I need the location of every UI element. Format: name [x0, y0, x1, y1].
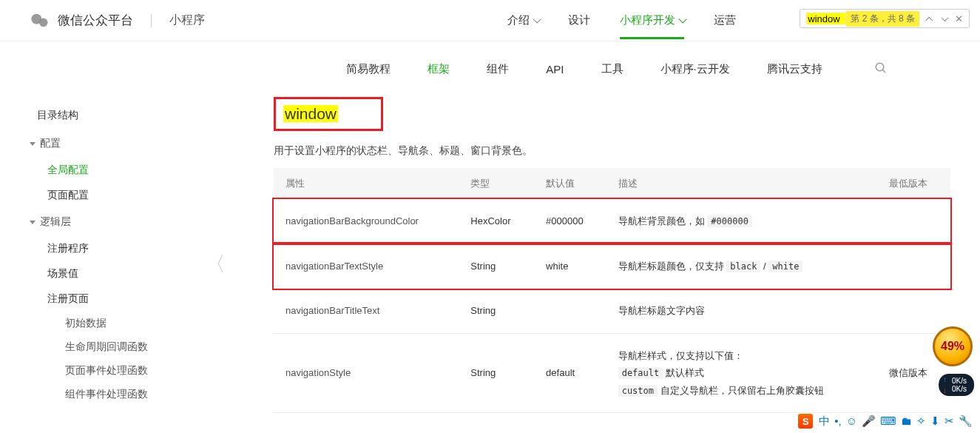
- sidebar-group-逻辑层[interactable]: 逻辑层: [30, 208, 229, 236]
- find-prev-button[interactable]: [921, 11, 936, 26]
- desc-cell: 导航栏样式，仅支持以下值：default 默认样式custom 自定义导航栏，只…: [606, 333, 877, 413]
- ime-item[interactable]: ☺: [846, 414, 857, 427]
- min-version-cell: [877, 244, 950, 289]
- primary-nav: 介绍设计小程序开发运营: [507, 1, 736, 39]
- find-input[interactable]: [808, 13, 845, 24]
- sidebar: 目录结构配置全局配置页面配置逻辑层注册程序场景值注册页面初始数据生命周期回调函数…: [0, 87, 229, 413]
- page-find-bar: 第 2 条，共 8 条 ✕: [800, 9, 970, 28]
- ime-item[interactable]: ⬇: [930, 414, 940, 427]
- column-header: 描述: [606, 168, 877, 199]
- default-cell: white: [534, 244, 606, 289]
- desc-cell: 导航栏标题文字内容: [606, 289, 877, 333]
- ime-item[interactable]: ✧: [916, 414, 926, 427]
- prop-cell: navigationBarTitleText: [274, 289, 459, 333]
- main-content: 〈 〉 window 用于设置小程序的状态栏、导航条、标题、窗口背景色。 属性类…: [229, 87, 980, 413]
- sidebar-item-页面配置[interactable]: 页面配置: [30, 183, 229, 208]
- desc-cell: 导航栏背景颜色，如 #000000: [606, 199, 877, 244]
- column-header: 类型: [459, 168, 534, 199]
- sidebar-item-组件事件处理函数[interactable]: 组件事件处理函数: [30, 383, 229, 406]
- ime-bar: S 中•,☺🎤⌨🖿✧⬇✂🔧: [798, 414, 977, 429]
- subnav-item-腾讯云支持[interactable]: 腾讯云支持: [767, 62, 822, 76]
- ime-item[interactable]: ✂: [944, 414, 954, 427]
- prop-cell: navigationBarTextStyle: [274, 244, 459, 289]
- brand-area: 微信公众平台 小程序: [30, 10, 205, 31]
- sidebar-item-目录结构[interactable]: 目录结构: [30, 101, 229, 130]
- svg-point-1: [39, 18, 48, 27]
- find-query: [806, 13, 846, 24]
- ime-item[interactable]: 🎤: [862, 414, 876, 427]
- top-bar: 微信公众平台 小程序 介绍设计小程序开发运营 第 2 条，共 8 条 ✕: [0, 0, 980, 41]
- subnav-item-API[interactable]: API: [546, 63, 564, 75]
- default-cell: [534, 289, 606, 333]
- divider: [151, 14, 152, 27]
- min-version-cell: [877, 199, 950, 244]
- prev-page-button[interactable]: 〈: [204, 249, 226, 279]
- sidebar-group-配置[interactable]: 配置: [30, 130, 229, 158]
- speed-up: 0K/s: [952, 377, 967, 385]
- sidebar-item-全局配置[interactable]: 全局配置: [30, 158, 229, 183]
- heading-text: window: [283, 105, 338, 122]
- nav-item-设计[interactable]: 设计: [568, 1, 590, 39]
- type-cell: String: [459, 333, 534, 413]
- ime-item[interactable]: •,: [834, 414, 841, 427]
- type-cell: String: [459, 244, 534, 289]
- chevron-down-icon: [678, 15, 686, 23]
- brand-title: 微信公众平台: [58, 12, 133, 29]
- search-icon[interactable]: [874, 61, 888, 77]
- column-header: 默认值: [534, 168, 606, 199]
- subnav-item-框架[interactable]: 框架: [428, 62, 450, 76]
- section-description: 用于设置小程序的状态栏、导航条、标题、窗口背景色。: [274, 144, 950, 158]
- brand-subtitle: 小程序: [169, 13, 205, 28]
- find-close-button[interactable]: ✕: [952, 13, 966, 24]
- speed-down: 0K/s: [952, 385, 967, 393]
- ime-item[interactable]: 🖿: [901, 414, 912, 427]
- subnav-item-组件[interactable]: 组件: [487, 62, 509, 76]
- nav-item-小程序开发[interactable]: 小程序开发: [620, 1, 684, 39]
- coin-badge: 49%: [933, 326, 973, 366]
- ime-item[interactable]: 中: [819, 414, 830, 427]
- subnav-item-小程序·云开发[interactable]: 小程序·云开发: [660, 62, 730, 76]
- wechat-icon: [30, 10, 50, 31]
- desc-cell: 导航栏标题颜色，仅支持 black / white: [606, 244, 877, 289]
- ime-item[interactable]: 🔧: [959, 414, 973, 427]
- sidebar-item-注册程序[interactable]: 注册程序: [30, 236, 229, 261]
- ime-logo-icon: S: [798, 414, 813, 429]
- triangle-down-icon: [30, 221, 36, 224]
- speed-widget: 0K/s 0K/s: [939, 374, 974, 396]
- svg-point-2: [876, 63, 884, 71]
- default-cell: default: [534, 333, 606, 413]
- properties-table: 属性类型默认值描述最低版本 navigationBarBackgroundCol…: [274, 168, 950, 413]
- type-cell: HexColor: [459, 199, 534, 244]
- subnav-item-简易教程[interactable]: 简易教程: [346, 62, 391, 76]
- triangle-down-icon: [30, 142, 36, 146]
- ime-item[interactable]: ⌨: [880, 414, 896, 427]
- find-status: 第 2 条，共 8 条: [846, 11, 919, 27]
- column-header: 最低版本: [877, 168, 950, 199]
- sidebar-item-初始数据[interactable]: 初始数据: [30, 312, 229, 335]
- table-row: navigationStyleStringdefault导航栏样式，仅支持以下值…: [274, 333, 950, 413]
- table-row: navigationBarTextStyleStringwhite导航栏标题颜色…: [274, 244, 950, 289]
- chevron-down-icon: [533, 15, 541, 23]
- nav-item-介绍[interactable]: 介绍: [507, 1, 538, 39]
- secondary-nav: 简易教程框架组件API工具小程序·云开发腾讯云支持: [251, 41, 917, 87]
- section-heading: window: [274, 97, 383, 131]
- find-next-button[interactable]: [937, 11, 952, 26]
- prop-cell: navigationStyle: [274, 333, 459, 413]
- default-cell: #000000: [534, 199, 606, 244]
- prop-cell: navigationBarBackgroundColor: [274, 199, 459, 244]
- sidebar-item-场景值[interactable]: 场景值: [30, 261, 229, 286]
- sidebar-item-页面事件处理函数[interactable]: 页面事件处理函数: [30, 359, 229, 383]
- nav-item-运营[interactable]: 运营: [714, 1, 736, 39]
- sidebar-item-生命周期回调函数[interactable]: 生命周期回调函数: [30, 335, 229, 359]
- table-row: navigationBarTitleTextString导航栏标题文字内容: [274, 289, 950, 333]
- table-row: navigationBarBackgroundColorHexColor#000…: [274, 199, 950, 244]
- min-version-cell: [877, 289, 950, 333]
- column-header: 属性: [274, 168, 459, 199]
- sidebar-item-注册页面[interactable]: 注册页面: [30, 286, 229, 312]
- type-cell: String: [459, 289, 534, 333]
- subnav-item-工具[interactable]: 工具: [601, 62, 624, 76]
- svg-line-3: [882, 70, 885, 73]
